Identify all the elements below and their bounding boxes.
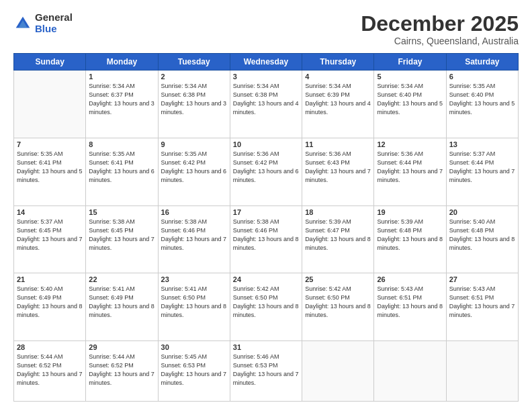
- cell-info: Sunrise: 5:34 AM Sunset: 6:37 PM Dayligh…: [89, 82, 154, 117]
- calendar-cell: 20Sunrise: 5:40 AM Sunset: 6:48 PM Dayli…: [446, 205, 518, 273]
- logo-general: General: [35, 12, 73, 24]
- calendar-cell: [14, 71, 86, 138]
- calendar-cell: 19Sunrise: 5:39 AM Sunset: 6:48 PM Dayli…: [374, 205, 446, 273]
- logo-icon: [13, 14, 32, 33]
- calendar-cell: 21Sunrise: 5:40 AM Sunset: 6:49 PM Dayli…: [14, 273, 86, 341]
- calendar-cell: 4Sunrise: 5:34 AM Sunset: 6:39 PM Daylig…: [302, 71, 374, 138]
- calendar-cell: 29Sunrise: 5:44 AM Sunset: 6:52 PM Dayli…: [86, 341, 158, 402]
- page: General Blue December 2025 Cairns, Queen…: [0, 0, 532, 411]
- day-number: 19: [377, 208, 443, 216]
- day-number: 13: [449, 140, 515, 148]
- calendar-cell: 3Sunrise: 5:34 AM Sunset: 6:38 PM Daylig…: [230, 71, 302, 138]
- cell-info: Sunrise: 5:35 AM Sunset: 6:41 PM Dayligh…: [89, 150, 154, 185]
- cell-info: Sunrise: 5:45 AM Sunset: 6:53 PM Dayligh…: [161, 353, 227, 387]
- cell-info: Sunrise: 5:35 AM Sunset: 6:40 PM Dayligh…: [449, 82, 515, 117]
- calendar-cell: 1Sunrise: 5:34 AM Sunset: 6:37 PM Daylig…: [86, 71, 158, 138]
- day-number: 15: [89, 208, 154, 216]
- day-header-saturday: Saturday: [446, 54, 518, 71]
- cell-info: Sunrise: 5:44 AM Sunset: 6:52 PM Dayligh…: [17, 353, 83, 387]
- day-header-wednesday: Wednesday: [230, 54, 302, 71]
- day-number: 22: [89, 275, 154, 283]
- calendar-cell: 18Sunrise: 5:39 AM Sunset: 6:47 PM Dayli…: [302, 205, 374, 273]
- calendar-cell: 27Sunrise: 5:43 AM Sunset: 6:51 PM Dayli…: [446, 273, 518, 341]
- calendar-cell: 7Sunrise: 5:35 AM Sunset: 6:41 PM Daylig…: [14, 138, 86, 205]
- day-number: 2: [161, 73, 227, 81]
- calendar-week-row: 14Sunrise: 5:37 AM Sunset: 6:45 PM Dayli…: [14, 205, 519, 273]
- day-header-sunday: Sunday: [14, 54, 86, 71]
- cell-info: Sunrise: 5:36 AM Sunset: 6:42 PM Dayligh…: [233, 150, 299, 185]
- day-number: 23: [161, 275, 227, 283]
- month-title: December 2025: [361, 12, 519, 36]
- calendar-cell: 30Sunrise: 5:45 AM Sunset: 6:53 PM Dayli…: [158, 341, 230, 402]
- calendar-week-row: 7Sunrise: 5:35 AM Sunset: 6:41 PM Daylig…: [14, 138, 519, 205]
- calendar-cell: 11Sunrise: 5:36 AM Sunset: 6:43 PM Dayli…: [302, 138, 374, 205]
- calendar-week-row: 28Sunrise: 5:44 AM Sunset: 6:52 PM Dayli…: [14, 341, 519, 402]
- calendar-cell: 31Sunrise: 5:46 AM Sunset: 6:53 PM Dayli…: [230, 341, 302, 402]
- cell-info: Sunrise: 5:43 AM Sunset: 6:51 PM Dayligh…: [377, 285, 443, 320]
- calendar-cell: 10Sunrise: 5:36 AM Sunset: 6:42 PM Dayli…: [230, 138, 302, 205]
- day-number: 24: [233, 275, 299, 283]
- calendar-cell: 28Sunrise: 5:44 AM Sunset: 6:52 PM Dayli…: [14, 341, 86, 402]
- calendar-cell: 25Sunrise: 5:42 AM Sunset: 6:50 PM Dayli…: [302, 273, 374, 341]
- calendar-cell: 24Sunrise: 5:42 AM Sunset: 6:50 PM Dayli…: [230, 273, 302, 341]
- cell-info: Sunrise: 5:40 AM Sunset: 6:49 PM Dayligh…: [17, 285, 83, 320]
- calendar-week-row: 1Sunrise: 5:34 AM Sunset: 6:37 PM Daylig…: [14, 71, 519, 138]
- cell-info: Sunrise: 5:35 AM Sunset: 6:41 PM Dayligh…: [17, 150, 83, 185]
- title-block: December 2025 Cairns, Queensland, Austra…: [361, 12, 519, 46]
- day-number: 4: [305, 73, 371, 81]
- calendar-cell: [374, 341, 446, 402]
- day-number: 25: [305, 275, 371, 283]
- cell-info: Sunrise: 5:34 AM Sunset: 6:38 PM Dayligh…: [233, 82, 299, 117]
- calendar-cell: 8Sunrise: 5:35 AM Sunset: 6:41 PM Daylig…: [86, 138, 158, 205]
- day-number: 5: [377, 73, 443, 81]
- calendar-cell: [446, 341, 518, 402]
- calendar-cell: 6Sunrise: 5:35 AM Sunset: 6:40 PM Daylig…: [446, 71, 518, 138]
- day-number: 30: [161, 343, 227, 351]
- cell-info: Sunrise: 5:42 AM Sunset: 6:50 PM Dayligh…: [305, 285, 371, 320]
- cell-info: Sunrise: 5:34 AM Sunset: 6:40 PM Dayligh…: [377, 82, 443, 117]
- day-number: 10: [233, 140, 299, 148]
- day-number: 6: [449, 73, 515, 81]
- calendar-cell: 23Sunrise: 5:41 AM Sunset: 6:50 PM Dayli…: [158, 273, 230, 341]
- cell-info: Sunrise: 5:38 AM Sunset: 6:45 PM Dayligh…: [89, 218, 154, 253]
- calendar-week-row: 21Sunrise: 5:40 AM Sunset: 6:49 PM Dayli…: [14, 273, 519, 341]
- calendar-header-row: SundayMondayTuesdayWednesdayThursdayFrid…: [14, 54, 519, 71]
- day-number: 8: [89, 140, 154, 148]
- day-number: 14: [17, 208, 83, 216]
- cell-info: Sunrise: 5:34 AM Sunset: 6:38 PM Dayligh…: [161, 82, 227, 117]
- cell-info: Sunrise: 5:34 AM Sunset: 6:39 PM Dayligh…: [305, 82, 371, 117]
- calendar-cell: 15Sunrise: 5:38 AM Sunset: 6:45 PM Dayli…: [86, 205, 158, 273]
- calendar-cell: 12Sunrise: 5:36 AM Sunset: 6:44 PM Dayli…: [374, 138, 446, 205]
- cell-info: Sunrise: 5:35 AM Sunset: 6:42 PM Dayligh…: [161, 150, 227, 185]
- cell-info: Sunrise: 5:37 AM Sunset: 6:44 PM Dayligh…: [449, 150, 515, 185]
- day-number: 31: [233, 343, 299, 351]
- day-number: 16: [161, 208, 227, 216]
- cell-info: Sunrise: 5:41 AM Sunset: 6:50 PM Dayligh…: [161, 285, 227, 320]
- cell-info: Sunrise: 5:37 AM Sunset: 6:45 PM Dayligh…: [17, 218, 83, 253]
- cell-info: Sunrise: 5:38 AM Sunset: 6:46 PM Dayligh…: [233, 218, 299, 253]
- day-number: 18: [305, 208, 371, 216]
- calendar-cell: 5Sunrise: 5:34 AM Sunset: 6:40 PM Daylig…: [374, 71, 446, 138]
- location-subtitle: Cairns, Queensland, Australia: [361, 36, 519, 46]
- header: General Blue December 2025 Cairns, Queen…: [13, 12, 519, 46]
- cell-info: Sunrise: 5:42 AM Sunset: 6:50 PM Dayligh…: [233, 285, 299, 320]
- calendar-cell: 22Sunrise: 5:41 AM Sunset: 6:49 PM Dayli…: [86, 273, 158, 341]
- day-number: 29: [89, 343, 154, 351]
- day-header-thursday: Thursday: [302, 54, 374, 71]
- calendar-cell: 14Sunrise: 5:37 AM Sunset: 6:45 PM Dayli…: [14, 205, 86, 273]
- cell-info: Sunrise: 5:38 AM Sunset: 6:46 PM Dayligh…: [161, 218, 227, 253]
- cell-info: Sunrise: 5:46 AM Sunset: 6:53 PM Dayligh…: [233, 353, 299, 387]
- day-number: 27: [449, 275, 515, 283]
- cell-info: Sunrise: 5:44 AM Sunset: 6:52 PM Dayligh…: [89, 353, 154, 387]
- day-number: 20: [449, 208, 515, 216]
- cell-info: Sunrise: 5:40 AM Sunset: 6:48 PM Dayligh…: [449, 218, 515, 253]
- cell-info: Sunrise: 5:39 AM Sunset: 6:48 PM Dayligh…: [377, 218, 443, 253]
- day-number: 1: [89, 73, 154, 81]
- day-number: 21: [17, 275, 83, 283]
- calendar-cell: 2Sunrise: 5:34 AM Sunset: 6:38 PM Daylig…: [158, 71, 230, 138]
- cell-info: Sunrise: 5:39 AM Sunset: 6:47 PM Dayligh…: [305, 218, 371, 253]
- day-number: 17: [233, 208, 299, 216]
- day-number: 26: [377, 275, 443, 283]
- cell-info: Sunrise: 5:41 AM Sunset: 6:49 PM Dayligh…: [89, 285, 154, 320]
- calendar-cell: 26Sunrise: 5:43 AM Sunset: 6:51 PM Dayli…: [374, 273, 446, 341]
